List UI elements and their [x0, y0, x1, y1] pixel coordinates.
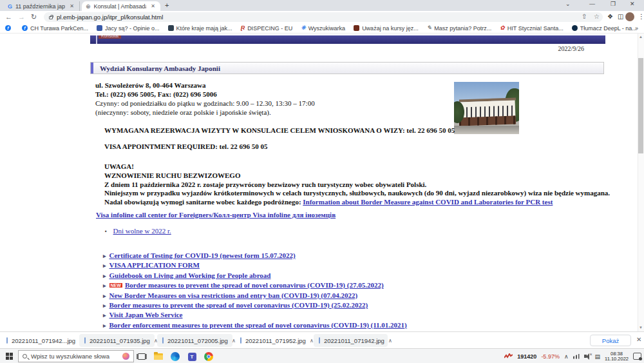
volume-muted-icon[interactable] [584, 355, 587, 358]
reload-icon[interactable]: ↻ [31, 13, 37, 21]
bookmark-star-icon[interactable]: ☆ [594, 13, 600, 20]
list-item: Border measures to prevent the spread of… [103, 301, 368, 309]
list-item: Border enforcement measures to prevent t… [103, 321, 407, 329]
chevron-up-icon[interactable]: ∧ [310, 338, 314, 344]
border-measures-2705-link[interactable]: Border measures to prevent the spread of… [125, 281, 384, 289]
page-date: 2022/9/26 [90, 45, 584, 52]
flower-icon: ✿ [500, 25, 505, 31]
bookmark-item[interactable]: ✿HIT Stycznia! Santa... [500, 25, 563, 32]
list-item: NEWBorder measures to prevent the spread… [103, 281, 384, 289]
download-item[interactable]: 20221011_071942.jpg ∧ [314, 334, 388, 347]
address-line: ul. Szwoleżerów 8, 00-464 Warszawa [95, 81, 206, 89]
notification-center-icon[interactable] [633, 353, 641, 360]
bookmarks-overflow-icon[interactable]: » [635, 25, 638, 32]
file-explorer-button[interactable] [153, 351, 164, 362]
edge-button[interactable] [170, 351, 180, 362]
chrome-button[interactable] [204, 351, 214, 362]
stock-change[interactable]: -5.97% [541, 353, 560, 360]
quill-icon: ✎ [427, 25, 432, 31]
image-file-icon [319, 337, 320, 344]
scrollbar-down-icon[interactable]: ▼ [638, 326, 643, 329]
download-item[interactable]: 20221011_072005.jpg ∧ [157, 334, 232, 347]
visa-application-form-link[interactable]: VISA APPLICATION FORM [109, 261, 200, 269]
guidebook-link[interactable]: Guidebook on Living and Working for Peop… [109, 271, 271, 279]
network-icon[interactable] [573, 354, 580, 359]
bookmark-item[interactable]: ✎Masz pytania? Potrz... [427, 25, 492, 32]
list-item: Guidebook on Living and Working for Peop… [103, 271, 270, 279]
scrollbar-up-icon[interactable]: ▲ [638, 35, 643, 39]
scrollbar-thumb[interactable] [638, 58, 643, 153]
border-measures-0704-link[interactable]: New Border Measures on visa restrictions… [109, 291, 358, 299]
window-chevron-icon[interactable]: ⌄ [565, 1, 571, 7]
downloads-close-icon[interactable]: ✕ [636, 336, 641, 343]
border-measure-link[interactable]: Information about Border Measure against… [303, 198, 553, 206]
url-text[interactable]: pl.emb-japan.go.jp/itpr_pl/konsulat.html [57, 14, 163, 21]
url-omnibox[interactable]: pl.emb-japan.go.jp/itpr_pl/konsulat.html [44, 12, 603, 22]
bookmark-item[interactable]: Które kraje mają jak... [168, 25, 232, 32]
bookmark-item[interactable]: ⱤDISPECING - EU [241, 25, 293, 32]
window-close-button[interactable]: ✕ [630, 1, 635, 7]
border-enforcement-1101-link[interactable]: Border enforcement measures to prevent t… [109, 321, 407, 329]
profile-avatar[interactable] [625, 12, 634, 21]
extensions-icon[interactable]: ❖ [607, 13, 613, 20]
desktop-screen: G 11 października japonia wizy - S ✕ ⊕ K… [0, 0, 644, 363]
teams-icon: T [188, 353, 196, 361]
browser-menu-icon[interactable]: ⋮ [638, 13, 644, 20]
clock[interactable]: 08:38 11.10.2022 [605, 351, 629, 362]
chevron-up-icon[interactable]: ∧ [388, 338, 392, 344]
site-icon [97, 25, 102, 31]
visit-japan-web-link[interactable]: Visit Japan Web Service [109, 311, 183, 319]
border-measures-2502-link[interactable]: Border measures to prevent the spread of… [109, 301, 368, 309]
new-tab-button[interactable]: + [165, 1, 169, 9]
show-all-downloads-button[interactable]: Pokaż wszystkie [590, 335, 631, 346]
browser-tab-strip: G 11 października japonia wizy - S ✕ ⊕ K… [0, 0, 644, 11]
touch-keyboard-icon[interactable]: ▤ [595, 353, 601, 360]
window-maximize-button[interactable]: ❐ [611, 1, 616, 7]
tab-close-icon[interactable]: ✕ [68, 3, 75, 9]
download-item[interactable]: 20221011_071935.jpg ∧ [79, 334, 155, 347]
start-button[interactable] [6, 353, 13, 360]
bookmark-item[interactable]: Jacy są? - Opinie o... [97, 25, 160, 32]
back-icon[interactable]: ← [5, 13, 12, 21]
bookmark-item[interactable]: Tłumacz DeepL - na... [572, 25, 637, 32]
hours-line: Czynny: od poniedziałku do piątku w godz… [95, 99, 315, 107]
visa-appointment-notice: VISA APPOINTMENT REQUIRED: tel. 22 696 5… [104, 142, 267, 150]
tab-close-icon[interactable]: ✕ [149, 3, 156, 9]
browser-tab-1[interactable]: G 11 października japonia wizy - S ✕ [4, 1, 80, 11]
nav-item-konsulat[interactable]: Konsulat [99, 35, 121, 39]
facebook-icon: f [5, 25, 11, 31]
image-file-icon [84, 337, 86, 344]
window-minimize-button[interactable]: — [589, 1, 595, 7]
google-favicon-icon: G [8, 3, 12, 10]
browser-tab-2-active[interactable]: ⊕ Konsulat | Ambasada Japonii w P ✕ [82, 1, 160, 11]
downloads-bar: 20221011_071942...jpg ∧ 20221011_071935.… [0, 331, 644, 348]
side-panel-icon[interactable]: ◫ [618, 13, 623, 20]
search-highlights-icon [122, 353, 129, 360]
taskbar-search-input[interactable]: Wpisz tu wyszukiwane słowa [18, 350, 134, 362]
stock-value[interactable]: 191420 [517, 353, 536, 360]
tray-expand-icon[interactable]: ∧ [564, 353, 569, 360]
bookmark-item[interactable]: fCH Turawa ParkCen... [22, 25, 88, 32]
bookmark-item[interactable]: ❋Wyszukiwarka [301, 25, 345, 32]
image-file-icon [162, 337, 164, 344]
stock-ticker-icon [504, 353, 513, 360]
uwaga-heading: UWAGA! [104, 162, 134, 170]
teams-button[interactable]: T [187, 351, 197, 362]
windows-taskbar: Wpisz tu wyszukiwane słowa T 191420 -5.9… [0, 348, 644, 363]
covid-test-cert-link[interactable]: Certificate of Testing for COVID-19 (new… [109, 251, 296, 259]
download-filename: 20221011_071935.jpg [90, 337, 150, 344]
bookmark-item[interactable]: f [5, 25, 14, 31]
visa-infoline-link[interactable]: Visa infoline call center for Foreigners… [96, 211, 336, 219]
bookmark-item[interactable]: Uważaj na kursy jęz... [354, 25, 419, 32]
task-view-button[interactable] [137, 351, 147, 362]
embassy-building-photo [454, 82, 519, 134]
site-icon [168, 25, 174, 31]
download-item[interactable]: 20221011_071942...jpg ∧ [1, 334, 77, 347]
download-item[interactable]: 20221011_071952.jpg ∧ [235, 334, 310, 347]
facebook-icon: f [22, 25, 28, 31]
holidays-link[interactable]: Dni wolne w 2022 r. [113, 227, 171, 235]
share-icon[interactable]: ⇧ [582, 13, 587, 20]
forward-icon[interactable]: → [18, 13, 25, 21]
paragraph: Z dniem 11 października 2022 r. zostaje … [104, 181, 426, 188]
list-item: New Border Measures on visa restrictions… [103, 291, 357, 299]
